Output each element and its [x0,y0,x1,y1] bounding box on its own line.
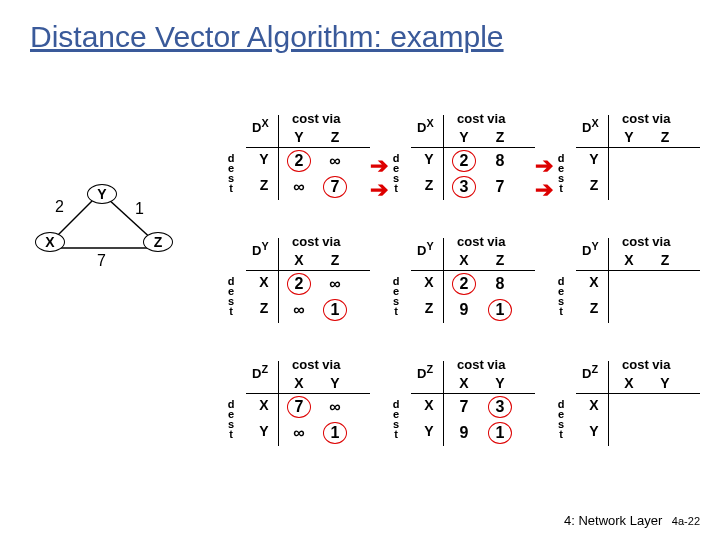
node-z: Z [143,232,173,252]
network-graph: Y X Z 2 1 7 [25,180,185,280]
arrow-icon: ➔ [370,177,388,203]
edge-xy-weight: 2 [55,198,64,216]
arrow-icon: ➔ [535,177,553,203]
tables-col-0: dest DX cost via Y Z Y Z 2 ∞ ∞ 7 dest DY… [230,115,370,484]
dtable-c2-Y: dest DY cost via X Z X Z [560,238,700,333]
edge-xz-weight: 7 [97,252,106,270]
footer-page: 4a-22 [672,515,700,527]
node-y: Y [87,184,117,204]
dtable-c1-Y: dest DY cost via X Z X Z 2 8 9 1 [395,238,535,333]
arrow-icon: ➔ [370,153,388,179]
footer: 4: Network Layer 4a-22 [564,513,700,528]
page-title: Distance Vector Algorithm: example [30,20,504,54]
footer-chapter: 4: Network Layer [564,513,662,528]
edge-yz-weight: 1 [135,200,144,218]
dest-label: dest [226,153,236,193]
node-x: X [35,232,65,252]
tables-col-2: dest DX cost via Y Z Y Z dest DY cost vi… [560,115,700,484]
dtable-c0-Z: dest DZ cost via X Y X Y 7 ∞ ∞ 1 [230,361,370,456]
tables-col-1: dest DX cost via Y Z Y Z 2 8 3 7 dest DY… [395,115,535,484]
dtable-c2-X: dest DX cost via Y Z Y Z [560,115,700,210]
dtable-c0-Y: dest DY cost via X Z X Z 2 ∞ ∞ 1 [230,238,370,333]
dtable-c1-Z: dest DZ cost via X Y X Y 7 3 9 1 [395,361,535,456]
dtable-c0-X: dest DX cost via Y Z Y Z 2 ∞ ∞ 7 [230,115,370,210]
dtable-c2-Z: dest DZ cost via X Y X Y [560,361,700,456]
arrow-icon: ➔ [535,153,553,179]
dtable-c1-X: dest DX cost via Y Z Y Z 2 8 3 7 [395,115,535,210]
